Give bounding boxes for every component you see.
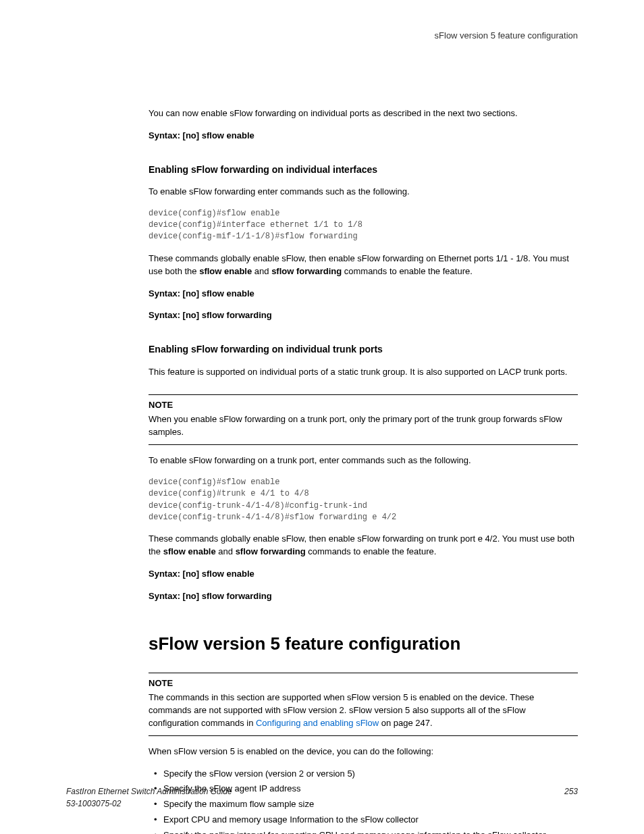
heading-trunk-ports: Enabling sFlow forwarding on individual … [149,342,578,356]
text: commands to enable the feature. [342,266,473,276]
syntax-line: Syntax: [no] sflow enable [149,130,578,142]
lead-paragraph: When sFlow version 5 is enabled on the d… [149,746,578,758]
heading-individual-interfaces: Enabling sFlow forwarding on individual … [149,163,578,176]
footer-docid: 53-1003075-02 [66,799,121,808]
code-block: device(config)#sflow enable device(confi… [149,208,578,243]
explain-paragraph: These commands globally enable sFlow, th… [149,253,578,278]
command-bold: sflow forwarding [236,546,306,556]
note-body: When you enable sFlow forwarding on a tr… [149,413,578,439]
list-item: Export CPU and memory usage Information … [149,814,578,827]
text: and [216,546,236,556]
explain-paragraph: These commands globally enable sFlow, th… [149,533,578,558]
intro-paragraph: You can now enable sFlow forwarding on i… [149,107,578,120]
running-header: sFlow version 5 feature configuration [149,30,578,43]
page: sFlow version 5 feature configuration Yo… [0,0,644,834]
section-title: sFlow version 5 feature configuration [149,631,578,657]
list-item: Specify the sFlow version (version 2 or … [149,768,578,781]
footer-title: FastIron Ethernet Switch Administration … [66,787,232,796]
text: and [252,266,271,276]
syntax-line: Syntax: [no] sflow enable [149,288,578,301]
command-bold: sflow enable [199,266,252,276]
lead-paragraph: To enable sFlow forwarding enter command… [149,186,578,199]
text: on page 247. [379,718,433,728]
syntax-line: Syntax: [no] sflow enable [149,568,578,581]
note-body: The commands in this section are support… [149,692,578,730]
list-item: Specify the polling interval for exporti… [149,829,578,834]
command-bold: sflow forwarding [271,266,342,276]
syntax-line: Syntax: [no] sflow forwarding [149,590,578,603]
text: commands to enable the feature. [306,546,437,556]
note-label: NOTE [149,677,578,690]
note-block: NOTE When you enable sFlow forwarding on… [149,394,578,445]
note-label: NOTE [149,399,578,412]
link-configuring-sflow[interactable]: Configuring and enabling sFlow [256,718,379,728]
code-block: device(config)#sflow enable device(confi… [149,477,578,524]
lead-paragraph: To enable sFlow forwarding on a trunk po… [149,454,578,467]
page-footer: 253 FastIron Ethernet Switch Administrat… [66,786,578,810]
note-block: NOTE The commands in this section are su… [149,673,578,735]
command-bold: sflow enable [163,546,216,556]
syntax-line: Syntax: [no] sflow forwarding [149,309,578,322]
lead-paragraph: This feature is supported on individual … [149,366,578,379]
page-number: 253 [564,786,578,798]
